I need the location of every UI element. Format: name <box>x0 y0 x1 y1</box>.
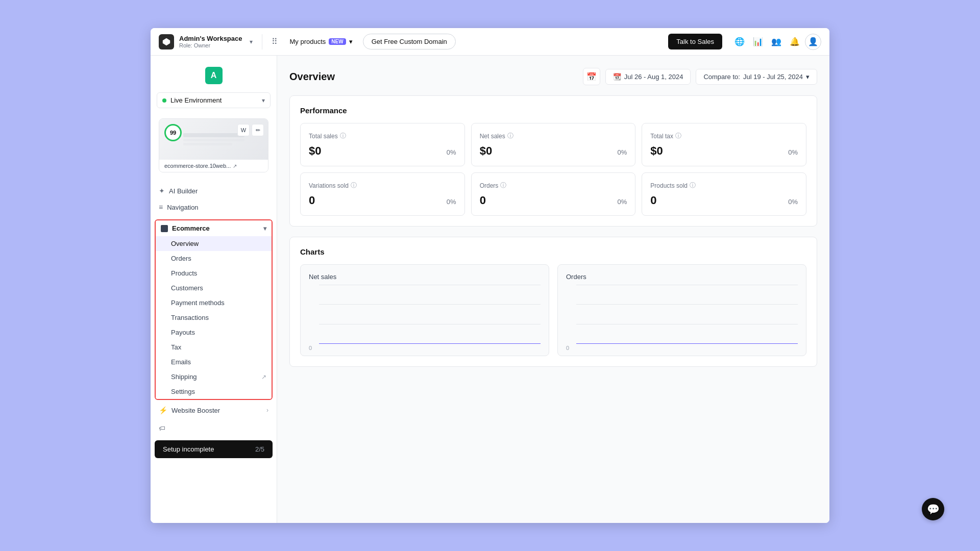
app-logo <box>159 34 174 49</box>
ecommerce-chevron-icon: ▾ <box>263 225 266 232</box>
workspace-info: Admin's Workspace Role: Owner <box>179 35 242 48</box>
metric-card-orders: Orders ⓘ 0 0% <box>471 172 636 216</box>
chart-orders-line <box>576 343 798 344</box>
calendar-small-icon: 📆 <box>613 73 621 81</box>
sidebar-item-overview[interactable]: Overview <box>156 236 272 251</box>
orders-value: 0 <box>480 194 486 207</box>
env-status-dot <box>162 98 166 103</box>
setup-incomplete-badge[interactable]: Setup incomplete 2/5 <box>155 440 273 458</box>
metric-card-products-sold: Products sold ⓘ 0 0% <box>642 172 806 216</box>
ecommerce-header[interactable]: Ecommerce ▾ <box>156 220 272 236</box>
ai-builder-label: AI Builder <box>169 187 198 195</box>
sidebar-item-payouts[interactable]: Payouts <box>156 325 272 340</box>
calendar-icon-button[interactable]: 📅 <box>583 68 600 85</box>
globe-icon-button[interactable]: 🌐 <box>731 34 748 50</box>
total-sales-value: $0 <box>309 144 321 158</box>
chart-orders-grid <box>576 285 798 344</box>
sidebar-item-orders[interactable]: Orders <box>156 251 272 266</box>
navigation-label: Navigation <box>167 204 198 211</box>
chart-orders-label: Orders <box>566 273 798 281</box>
users-icon-button[interactable]: 👥 <box>768 34 785 50</box>
analytics-icon-button[interactable]: 📊 <box>750 34 766 50</box>
sidebar-item-emails[interactable]: Emails <box>156 355 272 369</box>
compare-button[interactable]: Compare to: Jul 19 - Jul 25, 2024 ▾ <box>696 69 817 85</box>
variations-sold-change: 0% <box>447 198 456 206</box>
chart-net-sales-line <box>319 343 541 344</box>
total-sales-label: Total sales <box>309 133 338 140</box>
website-booster-icon: ⚡ <box>159 406 167 414</box>
net-sales-label: Net sales <box>480 133 505 140</box>
orders-change: 0% <box>618 198 627 206</box>
talk-sales-button[interactable]: Talk to Sales <box>668 34 722 49</box>
date-range-button[interactable]: 📆 Jul 26 - Aug 1, 2024 <box>605 69 691 85</box>
charts-title: Charts <box>300 247 806 256</box>
sidebar-item-settings[interactable]: Settings <box>156 384 272 399</box>
sidebar-item-transactions[interactable]: Transactions <box>156 310 272 325</box>
workspace-name: Admin's Workspace <box>179 35 242 42</box>
metric-card-total-sales: Total sales ⓘ $0 0% <box>300 123 465 166</box>
my-products-label: My products <box>290 38 326 45</box>
new-badge: NEW <box>329 38 346 45</box>
sidebar-item-ai-builder[interactable]: ✦ AI Builder <box>151 183 277 199</box>
website-booster-label: Website Booster <box>172 407 220 414</box>
topbar: Admin's Workspace Role: Owner ▾ ⠿ My pro… <box>151 28 829 56</box>
user-avatar-sidebar: A <box>205 67 223 84</box>
orders-label: Orders <box>480 182 499 189</box>
site-preview: 99 W ✏ ecommerce-store.10web... ↗ <box>159 118 268 172</box>
products-sold-label: Products sold <box>650 182 688 189</box>
free-domain-button[interactable]: Get Free Custom Domain <box>363 34 456 49</box>
tag-icon-button[interactable]: 🏷 <box>151 420 277 436</box>
website-booster-chevron-icon: › <box>266 407 268 414</box>
net-sales-info-icon[interactable]: ⓘ <box>507 132 513 140</box>
tag-icon: 🏷 <box>159 424 165 432</box>
sidebar-nav: ✦ AI Builder ≡ Navigation <box>151 179 277 219</box>
ai-builder-icon: ✦ <box>159 187 165 195</box>
metric-card-net-sales: Net sales ⓘ $0 0% <box>471 123 636 166</box>
total-tax-change: 0% <box>788 148 798 156</box>
ecommerce-items-list: Overview Orders Products Customers Payme… <box>156 236 272 399</box>
wordpress-icon-button[interactable]: W <box>237 124 250 136</box>
chart-orders: Orders 0 <box>557 264 806 356</box>
sidebar-item-shipping[interactable]: Shipping↗ <box>156 369 272 384</box>
workspace-chevron-icon[interactable]: ▾ <box>250 38 253 45</box>
user-avatar-topbar[interactable]: 👤 <box>805 34 821 50</box>
orders-info-icon[interactable]: ⓘ <box>500 181 506 190</box>
site-url: ecommerce-store.10web... ↗ <box>159 160 268 172</box>
workspace-role: Role: Owner <box>179 42 242 48</box>
my-products-chevron-icon: ▾ <box>349 38 353 45</box>
metrics-grid: Total sales ⓘ $0 0% Net sales ⓘ <box>300 123 806 216</box>
sidebar: A Live Environment ▾ <box>151 56 277 523</box>
sidebar-item-website-booster[interactable]: ⚡ Website Booster › <box>151 402 277 418</box>
net-sales-value: $0 <box>480 144 492 158</box>
chart-net-sales-area: 0 <box>309 285 541 351</box>
edit-icon-button[interactable]: ✏ <box>252 124 264 136</box>
sidebar-item-navigation[interactable]: ≡ Navigation <box>151 199 277 215</box>
chat-fab-button[interactable]: 💬 <box>922 498 944 520</box>
ecommerce-icon <box>161 225 168 232</box>
svg-marker-0 <box>163 38 170 45</box>
sidebar-item-tax[interactable]: Tax <box>156 340 272 355</box>
products-sold-info-icon[interactable]: ⓘ <box>690 181 696 190</box>
total-sales-info-icon[interactable]: ⓘ <box>340 132 346 140</box>
page-title: Overview <box>289 71 335 83</box>
sidebar-item-payment-methods[interactable]: Payment methods <box>156 295 272 310</box>
variations-sold-value: 0 <box>309 194 315 207</box>
env-selector[interactable]: Live Environment ▾ <box>157 92 271 108</box>
total-tax-value: $0 <box>650 144 663 158</box>
charts-grid: Net sales 0 <box>300 264 806 356</box>
main-content: Overview 📅 📆 Jul 26 - Aug 1, 2024 Compar… <box>277 56 829 523</box>
chart-net-sales-zero: 0 <box>309 345 312 351</box>
variations-sold-info-icon[interactable]: ⓘ <box>351 181 357 190</box>
total-tax-info-icon[interactable]: ⓘ <box>675 132 681 140</box>
overview-controls: 📅 📆 Jul 26 - Aug 1, 2024 Compare to: Jul… <box>583 68 817 85</box>
site-icons: W ✏ <box>237 124 264 136</box>
setup-incomplete-label: Setup incomplete <box>163 445 214 453</box>
sidebar-item-products[interactable]: Products <box>156 266 272 281</box>
total-tax-label: Total tax <box>650 133 673 140</box>
sidebar-item-customers[interactable]: Customers <box>156 281 272 295</box>
performance-section: Performance Total sales ⓘ $0 0% <box>289 95 817 227</box>
metric-card-variations-sold: Variations sold ⓘ 0 0% <box>300 172 465 216</box>
my-products-button[interactable]: My products NEW ▾ <box>285 35 358 48</box>
products-sold-change: 0% <box>788 198 798 206</box>
notifications-icon-button[interactable]: 🔔 <box>787 34 803 50</box>
